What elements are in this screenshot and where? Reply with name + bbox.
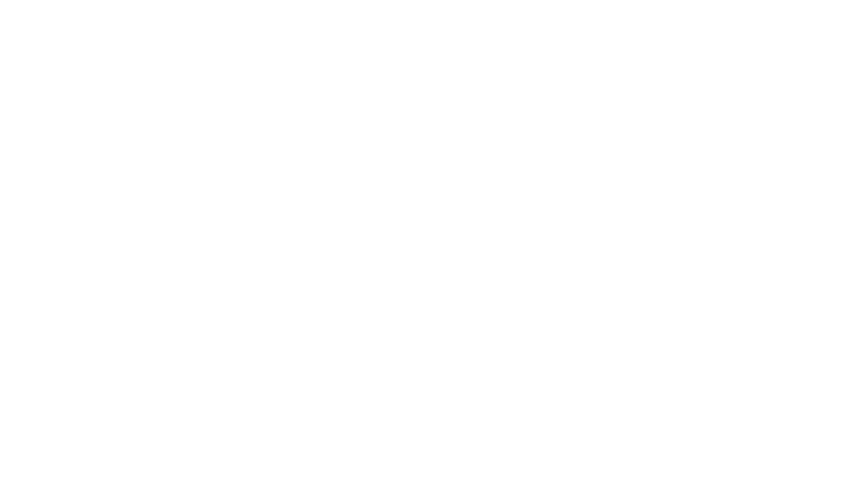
connectors-svg <box>298 14 570 474</box>
flowchart-diagram <box>298 14 570 474</box>
